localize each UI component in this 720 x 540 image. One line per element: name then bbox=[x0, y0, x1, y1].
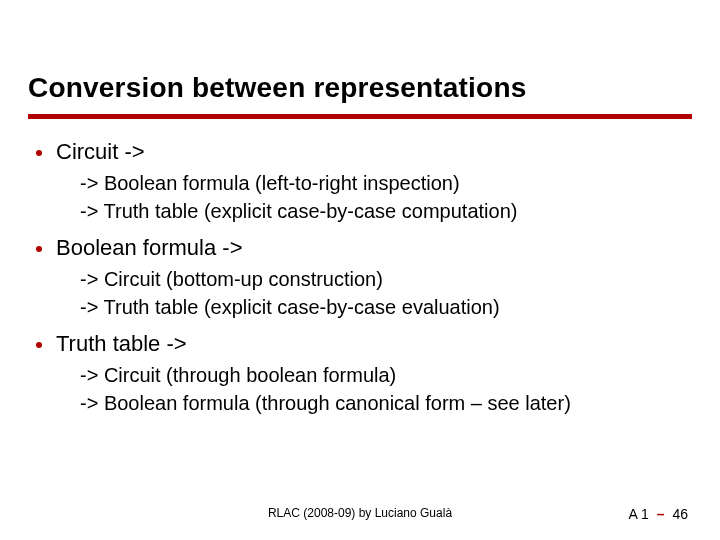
sub-line: -> Truth table (explicit case-by-case co… bbox=[80, 197, 692, 225]
footer-page-number: 46 bbox=[672, 506, 688, 522]
bullet-3: Truth table -> bbox=[36, 331, 692, 357]
bullet-2-subs: -> Circuit (bottom-up construction) -> T… bbox=[80, 265, 692, 321]
bullet-1-heading: Circuit -> bbox=[56, 139, 145, 165]
sub-line: -> Circuit (through boolean formula) bbox=[80, 361, 692, 389]
sub-line: -> Truth table (explicit case-by-case ev… bbox=[80, 293, 692, 321]
slide: Conversion between representations Circu… bbox=[0, 0, 720, 540]
bullet-dot-icon bbox=[36, 150, 42, 156]
title-rule bbox=[28, 114, 692, 119]
content-area: Circuit -> -> Boolean formula (left-to-r… bbox=[28, 139, 692, 417]
bullet-1-subs: -> Boolean formula (left-to-right inspec… bbox=[80, 169, 692, 225]
bullet-2: Boolean formula -> bbox=[36, 235, 692, 261]
footer-prefix: A 1 bbox=[629, 506, 649, 522]
bullet-3-subs: -> Circuit (through boolean formula) -> … bbox=[80, 361, 692, 417]
sub-line: -> Boolean formula (left-to-right inspec… bbox=[80, 169, 692, 197]
slide-title: Conversion between representations bbox=[28, 72, 692, 104]
sub-line: -> Boolean formula (through canonical fo… bbox=[80, 389, 692, 417]
bullet-dot-icon bbox=[36, 246, 42, 252]
sub-line: -> Circuit (bottom-up construction) bbox=[80, 265, 692, 293]
footer-dash: – bbox=[653, 506, 669, 522]
bullet-dot-icon bbox=[36, 342, 42, 348]
footer-right: A 1 – 46 bbox=[629, 506, 688, 522]
bullet-1: Circuit -> bbox=[36, 139, 692, 165]
footer-center-text: RLAC (2008-09) by Luciano Gualà bbox=[268, 506, 452, 520]
bullet-2-heading: Boolean formula -> bbox=[56, 235, 243, 261]
footer: RLAC (2008-09) by Luciano Gualà A 1 – 46 bbox=[0, 506, 720, 522]
bullet-3-heading: Truth table -> bbox=[56, 331, 187, 357]
